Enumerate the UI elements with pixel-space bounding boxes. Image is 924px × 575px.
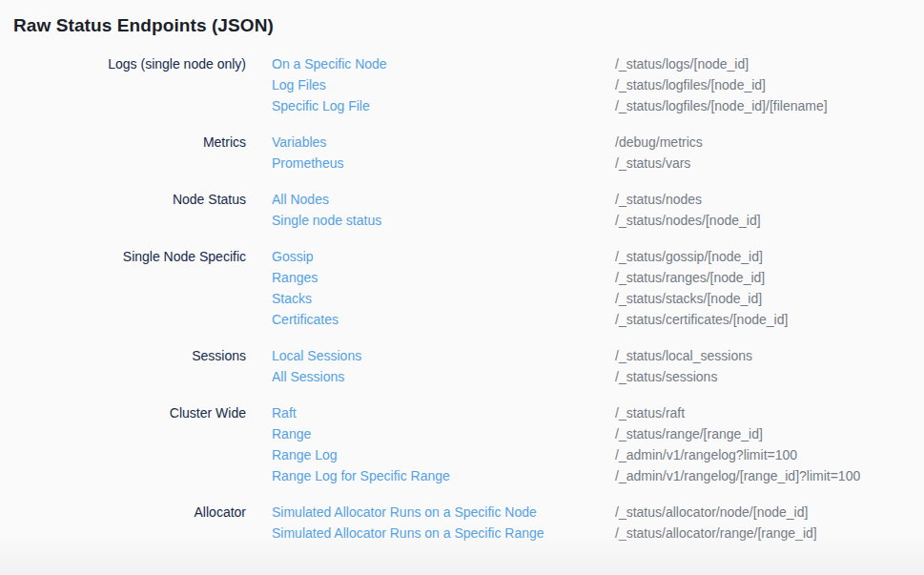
page-title: Raw Status Endpoints (JSON) — [13, 13, 924, 38]
endpoint-link[interactable]: On a Specific Node — [272, 53, 387, 74]
endpoint-link[interactable]: Certificates — [272, 309, 339, 330]
endpoint-link[interactable]: Ranges — [272, 267, 318, 288]
endpoint-path: /_admin/v1/rangelog/[range_id]?limit=100 — [615, 465, 924, 486]
endpoint-section: Allocator Simulated Allocator Runs on a … — [13, 502, 924, 544]
endpoint-rows: All Nodes /_status/nodes Single node sta… — [272, 189, 924, 231]
endpoints-table: Logs (single node only) On a Specific No… — [13, 53, 924, 544]
section-category-label: Metrics — [13, 132, 246, 174]
endpoint-path: /_admin/v1/rangelog?limit=100 — [615, 444, 924, 465]
endpoint-rows: Gossip /_status/gossip/[node_id] Ranges … — [272, 246, 924, 330]
endpoint-rows: On a Specific Node /_status/logs/[node_i… — [272, 53, 924, 116]
endpoint-link[interactable]: Local Sessions — [272, 345, 361, 366]
endpoint-path: /_status/allocator/range/[range_id] — [615, 523, 924, 544]
endpoint-path: /_status/sessions — [615, 366, 924, 387]
debug-endpoints-page: Raw Status Endpoints (JSON) Logs (single… — [0, 0, 924, 544]
endpoint-path: /_status/nodes/[node_id] — [615, 210, 924, 231]
section-category-label: Node Status — [13, 189, 246, 231]
endpoint-link[interactable]: Simulated Allocator Runs on a Specific N… — [272, 502, 537, 523]
endpoint-rows: Simulated Allocator Runs on a Specific N… — [272, 502, 924, 544]
endpoint-path: /_status/vars — [615, 153, 924, 174]
endpoint-section: Node Status All Nodes /_status/nodes Sin… — [13, 189, 924, 231]
endpoint-rows: Raft /_status/raft Range /_status/range/… — [272, 402, 924, 486]
endpoint-section: Sessions Local Sessions /_status/local_s… — [13, 345, 924, 387]
endpoint-link[interactable]: All Nodes — [272, 189, 329, 210]
endpoint-section: Cluster Wide Raft /_status/raft Range /_… — [13, 402, 924, 486]
endpoint-link[interactable]: Stacks — [272, 288, 312, 309]
endpoint-path: /_status/raft — [615, 402, 924, 423]
endpoint-path: /_status/nodes — [615, 189, 924, 210]
endpoint-path: /_status/stacks/[node_id] — [615, 288, 924, 309]
endpoint-link[interactable]: Simulated Allocator Runs on a Specific R… — [272, 523, 544, 544]
endpoint-path: /debug/metrics — [615, 132, 924, 153]
endpoint-rows: Variables /debug/metrics Prometheus /_st… — [272, 132, 924, 174]
endpoint-link[interactable]: Prometheus — [272, 153, 343, 174]
endpoint-section: Metrics Variables /debug/metrics Prometh… — [13, 132, 924, 174]
endpoint-section: Single Node Specific Gossip /_status/gos… — [13, 246, 924, 330]
endpoint-path: /_status/local_sessions — [615, 345, 924, 366]
section-category-label: Single Node Specific — [13, 246, 246, 330]
endpoint-link[interactable]: Range — [272, 423, 311, 444]
endpoint-path: /_status/logfiles/[node_id]/[filename] — [615, 95, 924, 116]
endpoint-link[interactable]: Range Log — [272, 444, 338, 465]
endpoint-link[interactable]: Specific Log File — [272, 95, 370, 116]
endpoint-section: Logs (single node only) On a Specific No… — [13, 53, 924, 116]
section-category-label: Allocator — [13, 502, 246, 544]
endpoint-link[interactable]: Single node status — [272, 210, 381, 231]
endpoint-link[interactable]: Raft — [272, 402, 297, 423]
endpoint-path: /_status/range/[range_id] — [615, 423, 924, 444]
endpoint-link[interactable]: Range Log for Specific Range — [272, 465, 450, 486]
endpoint-link[interactable]: All Sessions — [272, 366, 344, 387]
endpoint-link[interactable]: Variables — [272, 132, 326, 153]
endpoint-link[interactable]: Log Files — [272, 74, 326, 95]
endpoint-path: /_status/allocator/node/[node_id] — [615, 502, 924, 523]
section-category-label: Cluster Wide — [13, 402, 246, 486]
endpoint-rows: Local Sessions /_status/local_sessions A… — [272, 345, 924, 387]
endpoint-path: /_status/ranges/[node_id] — [615, 267, 924, 288]
endpoint-path: /_status/gossip/[node_id] — [615, 246, 924, 267]
endpoint-path: /_status/logs/[node_id] — [615, 53, 924, 74]
section-category-label: Sessions — [13, 345, 246, 387]
endpoint-path: /_status/certificates/[node_id] — [615, 309, 924, 330]
section-category-label: Logs (single node only) — [13, 53, 246, 116]
endpoint-path: /_status/logfiles/[node_id] — [615, 74, 924, 95]
endpoint-link[interactable]: Gossip — [272, 246, 314, 267]
